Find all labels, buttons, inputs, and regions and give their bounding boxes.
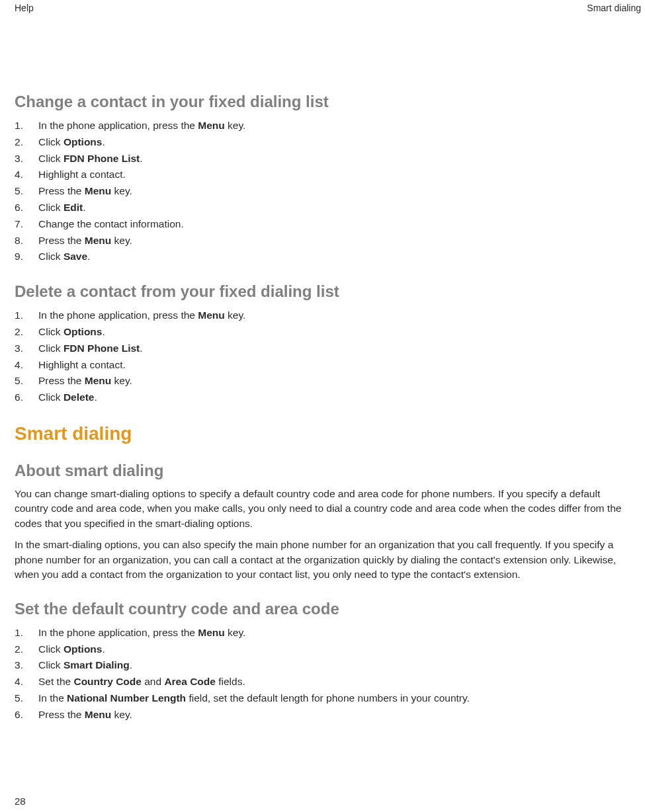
list-item: Click FDN Phone List.	[15, 341, 630, 357]
page-number: 28	[15, 795, 26, 807]
list-item: Click Delete.	[15, 389, 630, 406]
list-item: Click Save.	[15, 249, 630, 265]
list-item: Click Options.	[15, 134, 630, 151]
list-item: In the phone application, press the Menu…	[15, 625, 630, 641]
list-item: Click Options.	[15, 324, 630, 341]
section-change-contact-list: In the phone application, press the Menu…	[15, 118, 630, 265]
list-item: Click Smart Dialing.	[15, 657, 630, 674]
section-smart-dialing-title: Smart dialing	[15, 423, 630, 444]
section-about-smart-dialing-title: About smart dialing	[15, 462, 630, 480]
header-left: Help	[15, 3, 34, 13]
section-delete-contact-list: In the phone application, press the Menu…	[15, 307, 630, 406]
section-change-contact-title: Change a contact in your fixed dialing l…	[15, 93, 630, 111]
list-item: In the phone application, press the Menu…	[15, 307, 630, 324]
list-item: Set the Country Code and Area Code field…	[15, 674, 630, 690]
section-set-default-codes-list: In the phone application, press the Menu…	[15, 625, 630, 723]
section-delete-contact-title: Delete a contact from your fixed dialing…	[15, 282, 630, 301]
list-item: Click Edit.	[15, 200, 630, 216]
list-item: In the phone application, press the Menu…	[15, 118, 630, 134]
page-header: Help Smart dialing	[0, 0, 645, 13]
page-content: Change a contact in your fixed dialing l…	[0, 13, 645, 723]
about-smart-dialing-para2: In the smart-dialing options, you can al…	[15, 538, 630, 582]
header-right: Smart dialing	[587, 3, 641, 13]
list-item: Change the contact information.	[15, 216, 630, 233]
list-item: Highlight a contact.	[15, 167, 630, 183]
list-item: Press the Menu key.	[15, 373, 630, 389]
about-smart-dialing-para1: You can change smart-dialing options to …	[15, 487, 630, 531]
list-item: Click FDN Phone List.	[15, 151, 630, 167]
list-item: Click Options.	[15, 641, 630, 658]
list-item: Press the Menu key.	[15, 233, 630, 249]
list-item: Press the Menu key.	[15, 707, 630, 723]
list-item: Press the Menu key.	[15, 183, 630, 200]
list-item: In the National Number Length field, set…	[15, 690, 630, 707]
list-item: Highlight a contact.	[15, 357, 630, 374]
section-set-default-codes-title: Set the default country code and area co…	[15, 600, 630, 618]
